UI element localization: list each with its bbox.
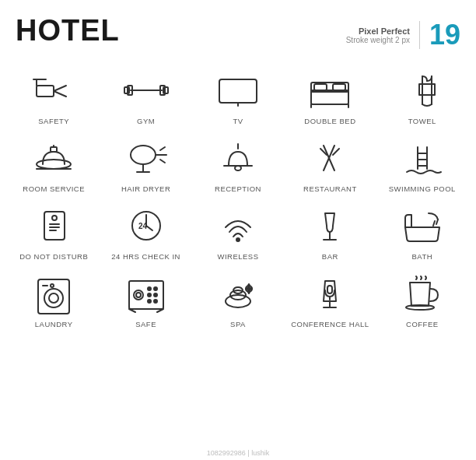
svg-rect-10	[219, 79, 257, 103]
conference-hall-label: CONFERENCE HALL	[291, 320, 369, 328]
svg-point-62	[154, 287, 157, 290]
svg-line-36	[333, 149, 339, 155]
do-not-disturb-label: DO NOT DISTURB	[19, 252, 88, 261]
icons-grid: SAFETY GYM TV	[0, 59, 476, 336]
wireless-icon	[213, 204, 263, 248]
bar-icon	[305, 204, 355, 248]
icon-cell-hair-dryer: HAIR DRYER	[100, 130, 191, 198]
restaurant-icon	[305, 136, 355, 180]
icon-cell-gym: GYM	[100, 62, 191, 130]
conference-hall-icon	[305, 272, 355, 315]
svg-point-22	[37, 160, 71, 169]
svg-point-64	[154, 293, 157, 297]
reception-icon	[213, 136, 263, 180]
room-service-icon	[29, 136, 79, 180]
laundry-icon	[29, 272, 79, 315]
svg-point-61	[148, 287, 151, 290]
wireless-label: WIRELESS	[217, 252, 258, 261]
svg-line-54	[433, 221, 435, 226]
do-not-disturb-icon	[29, 204, 79, 248]
icon-cell-safe: SAFE	[100, 265, 191, 333]
icon-cell-double-bed: DOUBLE BED	[284, 62, 376, 130]
pixel-perfect-label: Pixel Perfect	[346, 26, 410, 36]
laundry-label: LAUNDRY	[35, 320, 73, 328]
tv-icon	[213, 68, 263, 112]
icon-cell-coffee: COFFEE	[376, 265, 468, 333]
icon-cell-bar: BAR	[284, 198, 376, 265]
svg-point-71	[226, 295, 250, 307]
gym-label: GYM	[137, 117, 155, 125]
header-right: Pixel Perfect Stroke weight 2 px 19	[346, 14, 460, 51]
watermark: 1082992986 | lushik	[207, 449, 269, 457]
icon-cell-wireless: WIRELESS	[192, 198, 284, 265]
double-bed-icon	[305, 68, 355, 112]
svg-point-26	[131, 146, 156, 164]
svg-rect-77	[327, 286, 332, 293]
icon-cell-safety: SAFETY	[8, 62, 100, 130]
24hrs-checkin-label: 24 HRS CHECK IN	[111, 252, 180, 261]
svg-line-1	[54, 86, 66, 91]
icon-cell-conference-hall: CONFERENCE HALL	[284, 265, 376, 333]
24hrs-checkin-icon: 24	[121, 204, 171, 248]
svg-point-68	[136, 293, 141, 297]
stroke-weight-label: Stroke weight 2 px	[346, 36, 410, 44]
bath-icon	[397, 204, 447, 248]
spa-label: SPA	[230, 320, 246, 328]
icon-cell-bath: BATH	[376, 198, 468, 265]
safety-label: SAFETY	[38, 117, 69, 125]
room-service-label: ROOM SERVICE	[23, 184, 85, 193]
icon-cell-towel: TOWEL	[376, 62, 468, 130]
pixel-perfect-info: Pixel Perfect Stroke weight 2 px	[346, 26, 410, 44]
page-title: HOTEL	[16, 14, 120, 47]
icon-cell-tv: TV	[192, 62, 284, 130]
svg-point-65	[148, 300, 151, 303]
svg-point-67	[134, 290, 143, 300]
svg-point-31	[235, 166, 241, 170]
icon-set-number: 19	[429, 19, 460, 51]
icon-cell-restaurant: RESTAURANT	[284, 130, 376, 198]
icon-cell-laundry: LAUNDRY	[8, 265, 100, 333]
svg-line-27	[160, 147, 165, 150]
svg-point-79	[406, 305, 434, 310]
svg-line-53	[436, 219, 438, 224]
icon-cell-do-not-disturb: DO NOT DISTURB	[8, 198, 100, 265]
hair-dryer-label: HAIR DRYER	[121, 184, 170, 193]
coffee-icon	[397, 272, 447, 315]
safe-icon	[121, 272, 171, 315]
svg-point-66	[154, 300, 157, 303]
double-bed-label: DOUBLE BED	[304, 117, 355, 125]
icon-cell-room-service: ROOM SERVICE	[8, 130, 100, 198]
tv-label: TV	[233, 117, 243, 125]
svg-point-59	[51, 284, 54, 287]
svg-rect-16	[333, 84, 345, 90]
reception-label: RECEPTION	[215, 184, 261, 193]
swimming-pool-icon	[397, 136, 447, 180]
icon-cell-swimming-pool: SWIMMING POOL	[376, 130, 468, 198]
svg-point-49	[236, 238, 240, 241]
header: HOTEL Pixel Perfect Stroke weight 2 px 1…	[0, 0, 476, 59]
towel-icon	[397, 68, 447, 112]
svg-point-56	[44, 289, 63, 307]
svg-point-63	[148, 293, 151, 297]
svg-point-43	[52, 216, 57, 220]
gym-icon	[121, 68, 171, 112]
svg-rect-0	[37, 86, 54, 97]
coffee-label: COFFEE	[406, 320, 439, 328]
safety-icon	[29, 68, 79, 112]
icon-cell-reception: RECEPTION	[192, 130, 284, 198]
hair-dryer-icon	[121, 136, 171, 180]
svg-text:24: 24	[138, 222, 148, 230]
header-divider	[419, 21, 420, 49]
icon-cell-24hrs-checkin: 24 24 HRS CHECK IN	[100, 198, 191, 265]
icon-cell-spa: SPA	[192, 265, 284, 333]
safe-label: SAFE	[135, 320, 156, 328]
bath-label: BATH	[411, 252, 432, 261]
svg-line-29	[160, 160, 165, 163]
svg-rect-15	[314, 84, 327, 90]
swimming-pool-label: SWIMMING POOL	[389, 184, 456, 193]
towel-label: TOWEL	[408, 117, 436, 125]
svg-point-57	[49, 293, 58, 303]
restaurant-label: RESTAURANT	[303, 184, 357, 193]
svg-line-2	[54, 91, 66, 97]
spa-icon	[213, 272, 263, 315]
